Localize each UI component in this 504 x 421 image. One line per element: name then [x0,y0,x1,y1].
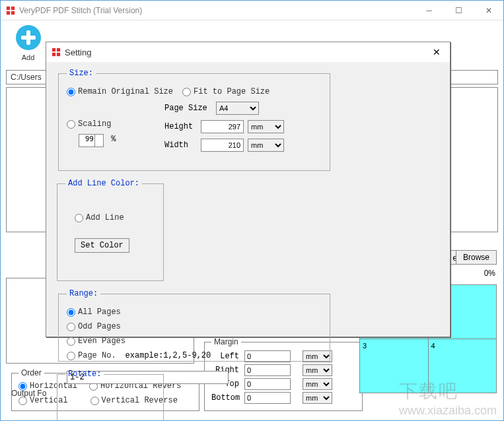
addline-group: Add Line Color: Add Line Set Color [57,179,164,281]
page-size-select[interactable]: A4 [216,102,259,115]
range-pageno-radio[interactable] [67,352,75,360]
range-even-radio[interactable] [67,337,75,346]
rotate-legend: Rotate: [65,370,104,379]
range-odd-radio[interactable] [67,323,75,331]
scaling-spinner[interactable]: 99 [79,134,104,147]
size-legend: Size: [67,69,96,78]
svg-rect-9 [52,53,55,56]
height-unit[interactable]: mm [248,120,284,133]
dialog-close-button[interactable]: ✕ [423,42,450,62]
dialog-titlebar: Setting ✕ [46,42,450,62]
size-remain-radio[interactable] [67,88,75,96]
svg-rect-8 [57,48,60,51]
settings-dialog: Setting ✕ Size: Remain Original Size Fit… [46,42,450,337]
width-input[interactable] [201,139,244,152]
width-unit[interactable]: mm [248,139,284,152]
addline-legend: Add Line Color: [65,179,142,188]
dialog-overlay: Setting ✕ Size: Remain Original Size Fit… [1,1,503,420]
addline-radio[interactable] [75,214,83,222]
dialog-title: Setting [65,48,423,57]
main-window: VeryPDF PDF Stitch (Trial Version) ─ ☐ ✕… [0,0,504,421]
size-group: Size: Remain Original Size Fit to Page S… [58,69,330,171]
range-group: Range: All Pages Odd Pages Even Pages Pa… [58,289,330,362]
size-fit-radio[interactable] [182,88,191,96]
dialog-icon [52,48,61,57]
svg-rect-10 [57,53,60,56]
svg-rect-7 [52,48,55,51]
size-scaling-radio[interactable] [67,120,75,129]
range-legend: Range: [67,289,100,298]
rotate-group: Rotate: Angle: 0 Degree [57,370,164,421]
height-input[interactable] [201,120,244,133]
set-color-button[interactable]: Set Color [75,238,129,253]
range-all-radio[interactable] [67,308,75,317]
